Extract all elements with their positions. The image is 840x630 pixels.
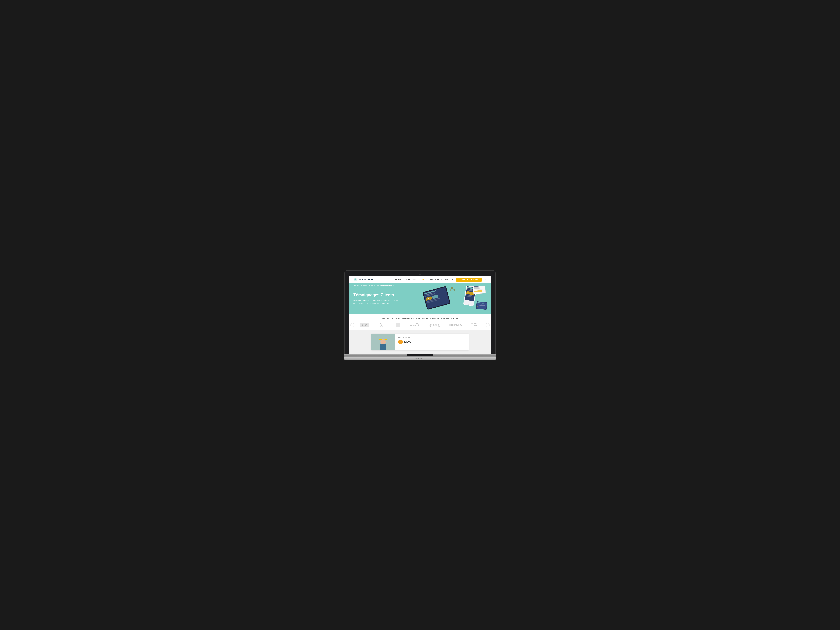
logo-icon: [354, 278, 357, 281]
client-logo-edf: edf: [471, 323, 480, 327]
website: TOUCAN TOCO PRODUIT SOLUTIONS CLIENTS RE…: [349, 276, 491, 354]
diac-text: DIAC: [404, 340, 411, 343]
carousel-prev-button[interactable]: ‹: [351, 323, 354, 327]
person-svg: [371, 334, 395, 351]
clients-carousel: ‹ SNCF RENAULT NISSAN M: [349, 322, 491, 328]
diac-circle: [398, 339, 403, 344]
svg-point-53: [384, 341, 384, 341]
sncf-logo-text: SNCF: [360, 323, 369, 327]
svg-text:sodexo: sodexo: [409, 324, 418, 327]
screen-bezel: TOUCAN TOCO PRODUIT SOLUTIONS CLIENTS RE…: [344, 270, 496, 354]
testimonial-label: TESTIMONIAL: [398, 336, 465, 338]
nav-clients[interactable]: CLIENTS: [419, 278, 426, 281]
hero-content: Témoignages Clients Découvrez comment To…: [349, 283, 413, 314]
svg-text:BNP PARIBAS: BNP PARIBAS: [452, 324, 462, 326]
navbar: TOUCAN TOCO PRODUIT SOLUTIONS CLIENTS RE…: [349, 276, 491, 283]
clients-tagline: DES CENTAINES D'ENTREPRISES FONT DISPARA…: [349, 318, 491, 319]
diac-logo: DIAC: [398, 339, 465, 344]
svg-point-37: [449, 289, 451, 291]
testimonial-image: [371, 334, 395, 351]
camera: [420, 274, 420, 275]
carousel-next-button[interactable]: ›: [486, 323, 489, 327]
svg-point-52: [382, 341, 382, 341]
macbook-base: [344, 354, 496, 357]
clients-logos: SNCF RENAULT NISSAN MITSUBISHI: [354, 322, 486, 328]
svg-point-35: [451, 287, 453, 289]
svg-point-36: [453, 289, 455, 291]
logo[interactable]: TOUCAN TOCO: [354, 278, 373, 281]
hero-devices-svg: 59.88 5.9: [413, 283, 491, 314]
edf-logo-svg: edf: [471, 323, 480, 327]
client-logo-bnp: BNP PARIBAS: [449, 323, 462, 327]
svg-rect-44: [449, 324, 451, 326]
testimonial-section: TESTIMONIAL DIAC: [349, 330, 491, 354]
nav-ressources[interactable]: RESSOURCES: [430, 278, 442, 281]
client-logo-amazon: amazon: [429, 323, 441, 327]
client-logo-sodexo: sodexo: [409, 323, 421, 327]
macbook-label: MacBook Pro: [344, 357, 496, 360]
screen: TOUCAN TOCO PRODUIT SOLUTIONS CLIENTS RE…: [349, 276, 491, 354]
hero-image: 59.88 5.9: [413, 283, 491, 314]
hero-section: ACCUEIL > RESSOURCES > TÉMOIGNAGES CLIEN…: [349, 283, 491, 314]
nav-produit[interactable]: PRODUIT: [395, 278, 403, 281]
sodexo-logo-svg: sodexo: [409, 323, 421, 327]
breadcrumb: ACCUEIL > RESSOURCES > TÉMOIGNAGES CLIEN…: [349, 283, 491, 286]
testimonial-person-photo: [371, 334, 395, 351]
client-logo-sncf: SNCF: [360, 323, 369, 327]
svg-point-50: [381, 339, 386, 344]
breadcrumb-current: TÉMOIGNAGES CLIENTS: [376, 285, 394, 286]
svg-text:MITSUBISHI: MITSUBISHI: [378, 327, 382, 328]
svg-rect-40: [396, 323, 400, 327]
client-logo-renault: RENAULT NISSAN MITSUBISHI: [377, 322, 387, 328]
nav-societe[interactable]: SOCIÉTÉ: [445, 278, 453, 281]
svg-rect-51: [380, 344, 387, 351]
nav-menu: PRODUIT SOLUTIONS CLIENTS RESSOURCES SOC…: [395, 278, 486, 281]
hero-description: Découvrez comment Toucan Toco crée de la…: [354, 299, 401, 305]
clients-section: DES CENTAINES D'ENTREPRISES FONT DISPARA…: [349, 314, 491, 330]
svg-text:amazon: amazon: [429, 324, 439, 326]
hero-title: Témoignages Clients: [354, 292, 408, 297]
cta-button[interactable]: TESTER GRATUITEMENT: [456, 278, 482, 281]
breadcrumb-section[interactable]: RESSOURCES: [363, 285, 373, 286]
svg-text:edf: edf: [474, 325, 477, 327]
nav-solutions[interactable]: SOLUTIONS: [406, 278, 416, 281]
svg-text:5.9%: 5.9%: [477, 306, 479, 308]
breadcrumb-sep2: >: [374, 285, 375, 286]
breadcrumb-sep1: >: [361, 285, 362, 286]
amazon-logo-svg: amazon: [429, 323, 441, 327]
bnp-logo-svg: BNP PARIBAS: [449, 323, 462, 327]
macbook-wrapper: TOUCAN TOCO PRODUIT SOLUTIONS CLIENTS RE…: [344, 270, 496, 360]
marque-logo-svg: [395, 322, 400, 328]
language-selector[interactable]: Fr: [485, 279, 487, 280]
macbook-notch: [407, 354, 433, 356]
testimonial-card: TESTIMONIAL DIAC: [371, 334, 469, 351]
breadcrumb-home[interactable]: ACCUEIL: [354, 285, 360, 286]
client-logo-marque: [395, 322, 400, 328]
renault-logo-svg: RENAULT NISSAN MITSUBISHI: [377, 322, 387, 328]
testimonial-content: TESTIMONIAL DIAC: [395, 334, 469, 351]
logo-text: TOUCAN TOCO: [358, 278, 373, 281]
